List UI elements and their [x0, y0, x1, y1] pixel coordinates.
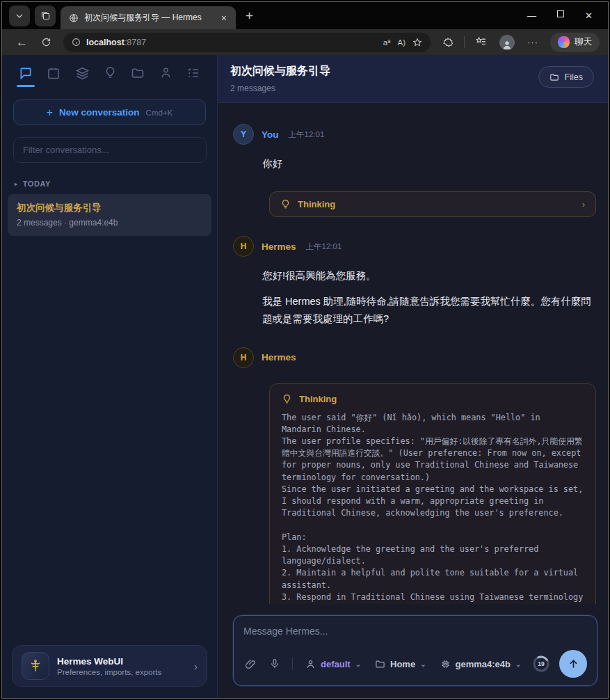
assistant-avatar: H: [233, 347, 254, 368]
conversation-list-item[interactable]: 初次问候与服务引导 2 messages · gemma4:e4b: [8, 194, 211, 236]
lightbulb-icon: [280, 199, 291, 209]
user-author: You: [262, 129, 279, 140]
favorite-star-icon[interactable]: [412, 38, 422, 47]
favorites-hub-button[interactable]: [470, 36, 492, 48]
new-tab-button[interactable]: +: [246, 8, 253, 24]
files-button[interactable]: Files: [538, 66, 594, 88]
copilot-label: 聊天: [575, 36, 592, 48]
nav-stack-button[interactable]: [75, 66, 90, 87]
thinking-panel-header: Thinking: [282, 394, 584, 404]
nav-chats-button[interactable]: [19, 66, 33, 87]
favorites-hub-icon: [475, 36, 487, 48]
composer-zone: default ⌄ Home ⌄ gemma4:e4b ⌄: [218, 604, 608, 698]
assistant-author: Hermes: [262, 352, 296, 363]
address-bar-actions: aª A): [383, 38, 422, 47]
tab-close-icon[interactable]: ×: [219, 13, 229, 24]
new-conversation-button[interactable]: + New conversation Cmd+K: [13, 100, 206, 125]
send-button[interactable]: [559, 650, 587, 678]
read-aloud-icon[interactable]: A): [398, 38, 406, 47]
folder-icon: [375, 659, 385, 669]
minimize-button[interactable]: —: [527, 10, 536, 21]
browser-tab[interactable]: 初次问候与服务引导 — Hermes ×: [61, 6, 236, 29]
thinking-content: The user said "你好" (Nǐ hǎo), which means…: [282, 412, 584, 605]
toolbar-divider: [464, 36, 465, 48]
url-host: localhost: [86, 38, 125, 47]
copilot-icon: [558, 36, 570, 48]
refresh-icon: [41, 37, 51, 47]
back-button[interactable]: ←: [10, 35, 33, 49]
workspaces-button[interactable]: [35, 6, 56, 26]
new-conversation-shortcut: Cmd+K: [146, 109, 173, 117]
browser-toolbar: ← localhost:8787 aª A) ···: [2, 29, 608, 55]
chevron-right-icon: ›: [194, 660, 198, 672]
tab-title: 初次问候与服务引导 — Hermes: [84, 12, 214, 24]
hermes-logo: [22, 652, 49, 680]
composer-divider: [292, 658, 293, 670]
arrow-up-icon: [568, 658, 579, 670]
tasks-icon: [186, 66, 200, 80]
section-collapse-icon: ▸: [15, 181, 18, 187]
context-usage-value: 19: [531, 654, 551, 674]
globe-icon: [69, 13, 79, 23]
app-root: + New conversation Cmd+K ▸ TODAY 初次问候与服务…: [2, 55, 608, 698]
folder-icon: [131, 66, 145, 80]
workspace-picker[interactable]: Home ⌄: [368, 659, 433, 669]
window-controls: — ✕: [527, 10, 601, 21]
tab-search-button[interactable]: [9, 6, 30, 26]
person-icon: [501, 39, 513, 50]
microphone-icon: [269, 658, 280, 669]
settings-card-text: Hermes WebUI Preferences, imports, expor…: [57, 656, 186, 676]
url-port: :8787: [125, 38, 146, 47]
folder-icon: [549, 72, 559, 82]
caduceus-icon: [29, 659, 42, 673]
nav-schedule-button[interactable]: [47, 66, 61, 87]
message-input[interactable]: [243, 626, 587, 637]
user-avatar: Y: [233, 124, 254, 145]
today-section-header[interactable]: ▸ TODAY: [15, 180, 204, 188]
layers-icon: [75, 66, 90, 81]
chevron-down-icon: ⌄: [355, 660, 361, 668]
message-count: 2 messages: [230, 83, 330, 93]
filter-conversations-input[interactable]: [13, 137, 207, 163]
profile-button[interactable]: [495, 35, 520, 50]
maximize-button[interactable]: [557, 10, 564, 17]
model-picker[interactable]: gemma4:e4b ⌄: [433, 659, 529, 669]
mic-button[interactable]: [263, 658, 287, 669]
browser-essentials-button[interactable]: [438, 37, 458, 48]
composer: default ⌄ Home ⌄ gemma4:e4b ⌄: [233, 615, 597, 686]
app-subtitle: Preferences, imports, exports: [57, 668, 186, 676]
chat-bubble-icon: [19, 66, 33, 80]
sidebar-nav: [2, 55, 217, 93]
persona-value: default: [321, 659, 351, 669]
workspace-value: Home: [390, 659, 415, 669]
translate-icon[interactable]: aª: [383, 38, 391, 47]
settings-menu-button[interactable]: ···: [522, 37, 543, 47]
attach-button[interactable]: [243, 658, 263, 670]
conversation-title: 初次问候与服务引导: [17, 202, 202, 214]
assistant-avatar: H: [233, 236, 254, 257]
persona-picker[interactable]: default ⌄: [298, 659, 368, 669]
thinking-label: Thinking: [299, 394, 337, 404]
context-usage-ring: 19: [531, 654, 551, 674]
lightbulb-icon: [282, 394, 292, 404]
thinking-collapsed-panel[interactable]: Thinking ›: [269, 191, 596, 217]
thinking-label: Thinking: [298, 199, 335, 209]
new-conversation-label: New conversation: [59, 107, 140, 118]
address-bar[interactable]: localhost:8787 aª A): [63, 33, 431, 52]
thinking-expanded-panel[interactable]: Thinking The user said "你好" (Nǐ hǎo), wh…: [269, 383, 596, 605]
browser-essentials-icon: [442, 37, 454, 48]
info-icon[interactable]: [72, 38, 81, 47]
nav-ideas-button[interactable]: [104, 66, 117, 87]
conversation-meta: 2 messages · gemma4:e4b: [17, 218, 202, 228]
sidebar-spacer: [2, 236, 217, 645]
nav-tasks-button[interactable]: [186, 66, 200, 87]
assistant-message-header: H Hermes: [233, 347, 597, 368]
refresh-button[interactable]: [36, 37, 56, 47]
lightbulb-icon: [104, 66, 117, 79]
nav-personas-button[interactable]: [159, 66, 172, 87]
copilot-button[interactable]: 聊天: [550, 33, 600, 52]
settings-card[interactable]: Hermes WebUI Preferences, imports, expor…: [12, 645, 207, 687]
close-button[interactable]: ✕: [585, 10, 593, 21]
chevron-down-icon: [15, 12, 24, 20]
nav-files-button[interactable]: [131, 66, 145, 87]
